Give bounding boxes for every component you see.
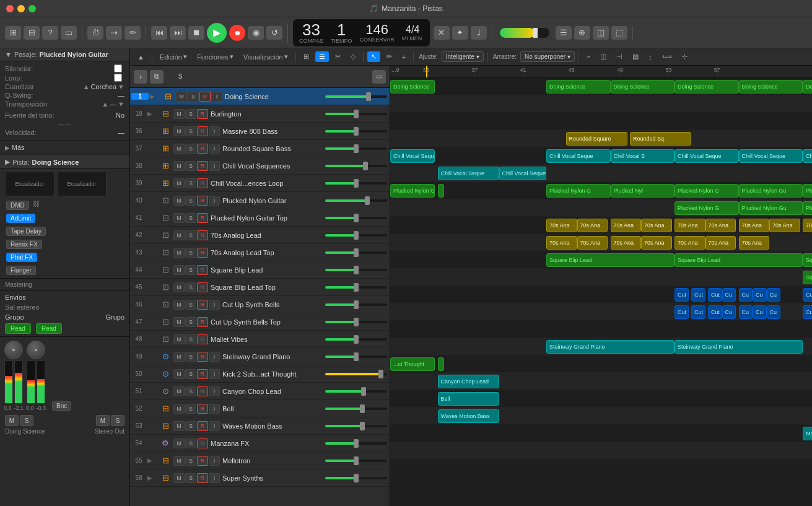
- clip[interactable]: Plucked Nylon G: [674, 201, 739, 215]
- cursor-tool-btn[interactable]: ↖: [367, 51, 380, 62]
- track-solo-btn[interactable]: S: [185, 230, 196, 240]
- link-icon[interactable]: ⛓: [33, 200, 40, 211]
- waveform-btn[interactable]: ≈: [583, 52, 594, 62]
- track-input-btn[interactable]: I: [209, 404, 220, 414]
- track-row[interactable]: 43⊡MSRI70s Analog Lead Top: [130, 244, 390, 261]
- clip[interactable]: Cu: [803, 288, 812, 302]
- clip[interactable]: Cu: [739, 305, 753, 319]
- track-solo-btn[interactable]: S: [185, 196, 196, 206]
- track-rec-btn[interactable]: R: [197, 473, 208, 483]
- clip[interactable]: Canyon Chop Lead: [438, 375, 499, 388]
- track-mute-btn[interactable]: M: [173, 248, 185, 258]
- track-input-btn[interactable]: I: [209, 369, 220, 379]
- clip[interactable]: Doing Science: [739, 80, 803, 94]
- list-view-button[interactable]: ☰: [556, 26, 572, 40]
- equalizer-1[interactable]: Ecualizador: [5, 172, 55, 196]
- track-mute-btn[interactable]: M: [173, 456, 185, 466]
- mixer-button[interactable]: ◫: [593, 26, 609, 40]
- track-input-btn[interactable]: I: [211, 92, 222, 102]
- passage-collapse-icon[interactable]: ▼: [5, 51, 12, 58]
- read-btn-2[interactable]: Read: [36, 323, 62, 334]
- clip[interactable]: Cu: [767, 305, 781, 319]
- mute-btn-1[interactable]: M: [5, 415, 19, 426]
- undo-button[interactable]: ⇢: [106, 26, 122, 40]
- track-rec-btn[interactable]: R: [197, 230, 208, 240]
- clip[interactable]: 70s Ana: [705, 219, 736, 232]
- track-mute-btn[interactable]: M: [173, 109, 185, 119]
- track-rec-btn[interactable]: R: [197, 386, 208, 396]
- track-solo-btn[interactable]: S: [185, 334, 196, 344]
- track-rec-btn[interactable]: R: [197, 421, 208, 431]
- track-solo-btn[interactable]: S: [185, 421, 196, 431]
- silenciar-checkbox[interactable]: [114, 64, 122, 72]
- adlimit-plugin-btn[interactable]: AdLimit: [6, 214, 35, 223]
- track-solo-btn[interactable]: S: [185, 369, 196, 379]
- track-mute-btn[interactable]: M: [173, 282, 185, 292]
- track-row[interactable]: 37⊞MSRIRounded Square Bass: [130, 140, 390, 157]
- clip[interactable]: Waves Motion Bass: [438, 409, 499, 423]
- clip[interactable]: Plucked Nylon Gu: [739, 201, 803, 215]
- track-solo-btn[interactable]: S: [185, 126, 196, 136]
- track-fader[interactable]: [325, 283, 387, 292]
- track-row[interactable]: 58▶⊟MSRISuper Synths: [130, 469, 390, 487]
- clip[interactable]: 70s Ana: [641, 219, 672, 232]
- arpeggio-button[interactable]: ✦: [452, 26, 468, 40]
- transposicion-up-icon[interactable]: ▲: [102, 100, 108, 108]
- track-fader[interactable]: [325, 318, 387, 326]
- track-solo-btn[interactable]: S: [185, 282, 196, 292]
- track-row[interactable]: 50⊙MSRIKick 2 Sub...act Thought: [130, 365, 390, 383]
- track-input-btn[interactable]: I: [209, 386, 220, 396]
- clip[interactable]: Manzana FX: [803, 427, 812, 440]
- track-fader[interactable]: [325, 370, 387, 378]
- tuner-button[interactable]: ✕: [434, 26, 450, 40]
- clip[interactable]: Chill Vocal Seque: [739, 149, 803, 163]
- clip[interactable]: 70s Ana: [641, 236, 672, 250]
- clip[interactable]: 70s Ana: [705, 236, 736, 250]
- track-fader[interactable]: [325, 127, 387, 136]
- list-view-btn[interactable]: ☰: [315, 51, 329, 62]
- clip[interactable]: 70s Ana: [546, 219, 577, 232]
- track-solo-btn[interactable]: S: [185, 300, 196, 310]
- send-knob-1[interactable]: ●: [4, 341, 23, 359]
- track-mute-btn[interactable]: M: [173, 178, 185, 188]
- clip[interactable]: 70s Ana: [546, 236, 577, 250]
- track-fader[interactable]: [325, 439, 387, 448]
- record-button[interactable]: ⏺: [229, 25, 245, 41]
- track-row[interactable]: 38⊞MSRIChill Vocal Sequences: [130, 157, 390, 175]
- inspector-button[interactable]: ▭: [61, 26, 77, 40]
- track-fader[interactable]: [325, 474, 387, 482]
- equalizer-2[interactable]: Ecualizador: [57, 172, 107, 196]
- track-solo-btn[interactable]: S: [185, 386, 196, 396]
- dmd-plugin-btn[interactable]: DMD: [6, 201, 29, 210]
- track-rec-btn[interactable]: R: [197, 352, 208, 362]
- add-track-btn[interactable]: +: [134, 70, 147, 84]
- track-fader[interactable]: [325, 266, 387, 274]
- track-row[interactable]: 44⊡MSRISquare Blip Lead: [130, 261, 390, 279]
- fast-forward-button[interactable]: ⏭: [170, 26, 186, 40]
- track-input-btn[interactable]: I: [209, 144, 220, 154]
- transposicion-down-icon[interactable]: ▼: [118, 100, 124, 108]
- track-rec-btn[interactable]: R: [197, 248, 208, 258]
- track-row[interactable]: 39⊞MSRIChill Vocal...ences Loop: [130, 175, 390, 192]
- track-row[interactable]: 42⊡MSRI70s Analog Lead: [130, 227, 390, 244]
- scroll-up-btn[interactable]: ▲: [134, 52, 148, 62]
- track-fader[interactable]: [325, 110, 387, 118]
- solo-btn-2[interactable]: S: [111, 415, 124, 426]
- clip[interactable]: Rounded Square: [566, 132, 627, 146]
- clip[interactable]: Chill Vocal Seque: [390, 149, 435, 163]
- track-row[interactable]: 36⊞MSRIMassive 808 Bass: [130, 123, 390, 140]
- clip[interactable]: Doing Science: [803, 80, 812, 94]
- track-mute-btn[interactable]: M: [173, 369, 185, 379]
- track-expand-btn[interactable]: ▶: [150, 93, 160, 100]
- fullscreen-button[interactable]: [28, 5, 36, 12]
- library-button[interactable]: ⊞: [5, 26, 21, 40]
- plus-tool-btn[interactable]: +: [398, 52, 409, 62]
- clip[interactable]: Plucked Nylon G: [390, 184, 435, 198]
- track-solo-btn[interactable]: S: [185, 456, 196, 466]
- clip[interactable]: [438, 357, 444, 371]
- track-row[interactable]: 53⊟MSRIWaves Motion Bass: [130, 417, 390, 435]
- clip[interactable]: Bell: [438, 392, 499, 406]
- clip[interactable]: 70s Ana: [611, 236, 642, 250]
- track-row[interactable]: 48⊡MSRIMallet Vibes: [130, 331, 390, 348]
- track-header-view-btn[interactable]: ▭: [372, 70, 386, 84]
